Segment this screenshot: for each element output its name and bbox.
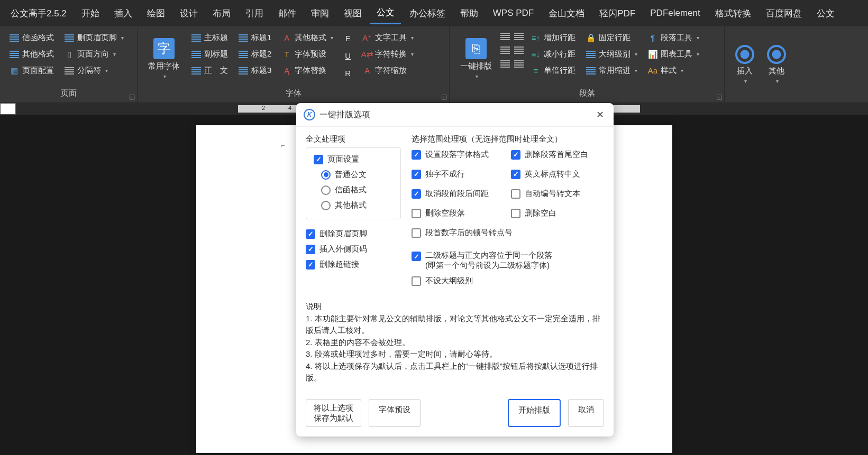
check-no-outline[interactable]: 不设大纲级别 bbox=[412, 276, 604, 286]
align-right-icon[interactable] bbox=[500, 60, 510, 68]
align-dist-icon[interactable] bbox=[514, 47, 524, 54]
btn-heading3[interactable]: 标题3 bbox=[235, 63, 275, 78]
align-justify-icon[interactable] bbox=[514, 33, 524, 40]
radio-normal-doc[interactable]: 普通公文 bbox=[314, 170, 393, 180]
align-left-icon[interactable] bbox=[500, 33, 510, 40]
menu-insert[interactable]: 插入 bbox=[108, 3, 139, 24]
check-h2-same-para[interactable]: 二级标题与正文内容位于同一个段落 (即第一个句号前设为二级标题字体) bbox=[412, 250, 604, 271]
btn-char-convert[interactable]: A⇄字符转换▾ bbox=[359, 47, 417, 61]
check-autonum-text[interactable]: 自动编号转文本 bbox=[511, 189, 604, 199]
menu-design[interactable]: 设计 bbox=[173, 3, 204, 24]
btn-r[interactable]: R bbox=[341, 68, 355, 79]
checkbox-icon[interactable] bbox=[412, 252, 421, 261]
btn-single-spacing[interactable]: ≡单倍行距 bbox=[528, 63, 579, 78]
btn-letter-format[interactable]: 信函格式 bbox=[6, 31, 57, 45]
check-en-to-cn-punct[interactable]: 英文标点转中文 bbox=[511, 169, 604, 179]
btn-font-replace[interactable]: Ą字体替换 bbox=[279, 63, 336, 78]
btn-chart-tools[interactable]: 📊图表工具▾ bbox=[645, 47, 702, 61]
menu-office-tab[interactable]: 办公标签 bbox=[403, 3, 452, 24]
menu-ref[interactable]: 引用 bbox=[239, 3, 270, 24]
check-set-para-font[interactable]: 设置段落字体格式 bbox=[412, 150, 505, 160]
btn-styles[interactable]: Aa样式▾ bbox=[645, 63, 702, 78]
checkbox-icon[interactable] bbox=[306, 245, 315, 254]
checkbox-icon[interactable] bbox=[511, 150, 520, 160]
btn-font-preset-dlg[interactable]: 字体预设 bbox=[369, 399, 421, 427]
checkbox-icon[interactable] bbox=[412, 228, 421, 238]
btn-page-config[interactable]: ▦页面配置 bbox=[6, 63, 57, 78]
checkbox-icon[interactable] bbox=[511, 170, 520, 179]
menu-convert[interactable]: 格式转换 bbox=[709, 3, 757, 24]
launcher-icon[interactable]: ◱ bbox=[716, 93, 722, 100]
btn-auto-layout[interactable]: ⎘ 一键排版▾ bbox=[456, 31, 496, 86]
checkbox-icon[interactable] bbox=[511, 189, 520, 199]
menu-view[interactable]: 视图 bbox=[337, 3, 368, 24]
menu-help[interactable]: 帮助 bbox=[454, 3, 485, 24]
btn-insert-big[interactable]: 插入▾ bbox=[731, 31, 759, 98]
menu-wpspdf[interactable]: WPS PDF bbox=[487, 4, 540, 23]
checkbox-icon[interactable] bbox=[412, 276, 421, 286]
menu-review[interactable]: 审阅 bbox=[305, 3, 335, 24]
btn-common-font[interactable]: 字 常用字体▾ bbox=[144, 31, 184, 86]
btn-body-text[interactable]: 正 文 bbox=[188, 63, 231, 78]
btn-font-preset[interactable]: T字体预设 bbox=[279, 47, 336, 61]
menu-mail[interactable]: 邮件 bbox=[272, 3, 303, 24]
menu-layout[interactable]: 布局 bbox=[206, 3, 237, 24]
menu-gongwen[interactable]: 公文 bbox=[370, 2, 401, 24]
btn-outline-level[interactable]: 大纲级别▾ bbox=[583, 47, 641, 61]
btn-inc-spacing[interactable]: ≡↑增加行距 bbox=[528, 31, 579, 45]
menu-gongwen2[interactable]: 公文 bbox=[810, 3, 841, 24]
btn-fixed-spacing[interactable]: 🔒固定行距 bbox=[583, 31, 641, 45]
menu-lightpdf[interactable]: 轻闪PDF bbox=[593, 3, 642, 24]
btn-sub-title[interactable]: 副标题 bbox=[188, 47, 231, 61]
checkbox-icon[interactable] bbox=[306, 260, 315, 270]
align-even-icon[interactable] bbox=[514, 60, 524, 68]
checkbox-icon[interactable] bbox=[412, 170, 421, 179]
check-del-empty-para[interactable]: 删除空段落 bbox=[412, 208, 505, 218]
radio-icon[interactable] bbox=[321, 170, 331, 180]
radio-letter-fmt[interactable]: 信函格式 bbox=[314, 185, 393, 195]
btn-u[interactable]: U bbox=[341, 50, 355, 61]
radio-icon[interactable] bbox=[321, 185, 331, 195]
btn-heading1[interactable]: 标题1 bbox=[235, 31, 275, 45]
btn-common-indent[interactable]: 常用缩进▾ bbox=[583, 63, 641, 78]
check-del-hyperlink[interactable]: 删除超链接 bbox=[306, 259, 401, 270]
check-page-setting[interactable]: 页面设置 bbox=[314, 154, 393, 164]
btn-other-big[interactable]: 其他▾ bbox=[763, 31, 790, 98]
checkbox-icon[interactable] bbox=[412, 209, 421, 218]
btn-other-format[interactable]: 其他格式 bbox=[6, 47, 57, 61]
check-cancel-spacing[interactable]: 取消段前段后间距 bbox=[412, 189, 505, 199]
check-insert-pageno[interactable]: 插入外侧页码 bbox=[306, 244, 401, 254]
btn-cancel[interactable]: 取消 bbox=[568, 399, 604, 427]
btn-save-default[interactable]: 将以上选项 保存为默认 bbox=[306, 399, 361, 427]
launcher-icon[interactable]: ◱ bbox=[441, 93, 447, 100]
check-del-header[interactable]: 删除页眉页脚 bbox=[306, 229, 401, 239]
menu-jinshan[interactable]: 金山文档 bbox=[542, 3, 591, 24]
close-button[interactable]: ✕ bbox=[593, 108, 606, 121]
radio-other-fmt[interactable]: 其他格式 bbox=[314, 200, 393, 210]
menu-start[interactable]: 开始 bbox=[75, 3, 106, 24]
btn-other-fmt[interactable]: A其他格式▾ bbox=[279, 31, 336, 45]
btn-para-tools[interactable]: ¶段落工具▾ bbox=[645, 31, 702, 45]
check-orphan[interactable]: 独字不成行 bbox=[412, 169, 505, 179]
menu-baidu[interactable]: 百度网盘 bbox=[760, 3, 808, 24]
btn-heading2[interactable]: 标题2 bbox=[235, 47, 275, 61]
check-dunhao-dot[interactable]: 段首数字后的顿号转点号 bbox=[412, 228, 604, 238]
btn-char-scale[interactable]: A字符缩放 bbox=[359, 63, 417, 78]
btn-main-title[interactable]: 主标题 bbox=[188, 31, 231, 45]
checkbox-icon[interactable] bbox=[412, 150, 421, 160]
launcher-icon[interactable]: ◱ bbox=[129, 93, 135, 100]
radio-icon[interactable] bbox=[321, 201, 331, 210]
checkbox-icon[interactable] bbox=[306, 229, 315, 239]
btn-page-orient[interactable]: ▯页面方向▾ bbox=[61, 47, 127, 61]
checkbox-icon[interactable] bbox=[511, 209, 520, 218]
btn-dec-spacing[interactable]: ≡↓减小行距 bbox=[528, 47, 579, 61]
btn-e[interactable]: E bbox=[341, 33, 355, 44]
checkbox-icon[interactable] bbox=[314, 155, 323, 164]
btn-del-header[interactable]: 删页眉页脚▾ bbox=[61, 31, 127, 45]
ruler-corner[interactable] bbox=[0, 103, 16, 115]
btn-separator[interactable]: 分隔符▾ bbox=[61, 63, 127, 78]
checkbox-icon[interactable] bbox=[412, 189, 421, 199]
btn-text-tools[interactable]: A⁺文字工具▾ bbox=[359, 31, 417, 45]
menu-pdfelement[interactable]: PDFelement bbox=[644, 4, 706, 23]
align-center-icon[interactable] bbox=[500, 47, 510, 54]
